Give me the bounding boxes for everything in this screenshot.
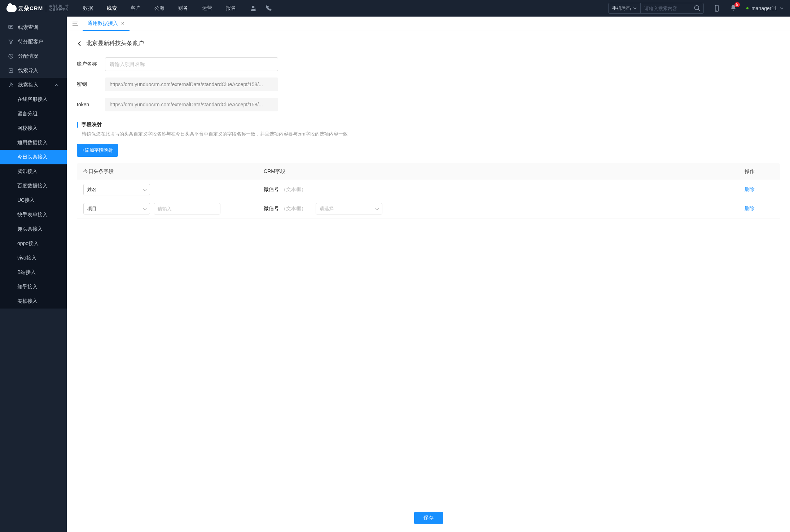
filter-icon [8,39,14,45]
chart-icon [8,53,14,59]
sidebar-subitem[interactable]: 快手表单接入 [0,208,67,222]
tab-label: 通用数据接入 [88,20,118,27]
search-icon [694,5,701,12]
header-crm-field: CRM字段 [264,168,745,175]
phone-icon[interactable] [265,5,272,12]
status-dot [746,7,749,9]
collapse-sidebar-button[interactable] [70,18,81,30]
chevron-up-icon [54,83,59,87]
back-icon[interactable] [77,41,83,46]
topnav-item[interactable]: 财务 [178,1,188,16]
token-input[interactable] [105,98,278,111]
svg-point-3 [695,6,699,10]
menu-icon [73,21,78,26]
tab-active[interactable]: 通用数据接入 ✕ [83,17,130,31]
account-name-label: 账户名称 [77,61,98,67]
topnav-item[interactable]: 数据 [83,1,93,16]
toutiao-field-select[interactable]: 姓名 [83,184,150,195]
mobile-icon[interactable] [713,5,720,12]
top-navigation: 数据线索客户公海财务运营报名 [83,1,236,16]
sidebar-subitem[interactable]: 在线客服接入 [0,92,67,107]
page-footer: 保存 [67,505,790,532]
chevron-down-icon [780,6,784,10]
svg-point-0 [252,6,255,8]
sidebar-subitem[interactable]: 趣头条接入 [0,222,67,236]
topbar: 云朵CRM 教育机构一站式服务云平台 数据线索客户公海财务运营报名 手机号码 [0,0,790,17]
table-row: 姓名微信号（文本框）删除 [77,180,780,199]
topnav-item[interactable]: 报名 [226,1,236,16]
sidebar-item[interactable]: 线索接入 [0,78,67,92]
notification-badge: 5 [734,2,740,7]
delete-button[interactable]: 删除 [745,186,755,192]
sidebar-subitem[interactable]: 美柚接入 [0,294,67,309]
header-action: 操作 [745,168,773,175]
tab-bar: 通用数据接入 ✕ [67,17,790,31]
svg-point-12 [10,83,12,84]
sidebar-subitem[interactable]: B站接入 [0,265,67,280]
sidebar-subitem[interactable]: 百度数据接入 [0,179,67,193]
sidebar-subitem[interactable]: 网校接入 [0,121,67,136]
page-title: 北京昱新科技头条账户 [86,40,144,47]
secret-input[interactable] [105,77,278,91]
token-label: token [77,102,98,107]
svg-line-4 [698,9,700,11]
svg-rect-7 [9,25,13,28]
section-note: 请确保您在此填写的头条自定义字段名称与在今日头条平台中自定义的字段名称一致，并且… [77,131,780,137]
sidebar-subitem[interactable]: 通用数据接入 [0,136,67,150]
user-menu[interactable]: manager11 [746,5,784,11]
crm-field-select[interactable]: 请选择 [316,203,382,214]
sidebar-item[interactable]: 线索查询 [0,20,67,35]
import-icon [8,68,14,74]
crm-field-value: 微信号 [264,205,279,212]
sidebar-subitem[interactable]: 腾讯接入 [0,164,67,179]
sidebar-subitem[interactable]: 知乎接入 [0,280,67,294]
crm-field-value: 微信号 [264,186,279,193]
crm-field-hint: （文本框） [281,186,306,193]
search-box: 手机号码 [608,3,704,14]
cloud-icon [6,5,17,12]
sidebar-subitem[interactable]: 今日头条接入 [0,150,67,164]
search-input[interactable] [641,6,691,11]
secret-label: 密钥 [77,81,98,88]
sidebar-item[interactable]: 分配情况 [0,49,67,63]
crm-field-hint: （文本框） [281,205,306,212]
toutiao-field-input[interactable] [154,203,220,214]
username: manager11 [751,5,777,11]
notifications-button[interactable]: 5 [730,4,737,13]
account-name-input[interactable] [105,57,278,71]
section-title: 字段映射 [82,121,102,128]
save-button[interactable]: 保存 [414,512,443,524]
main-content: 通用数据接入 ✕ 北京昱新科技头条账户 账户名称 密钥 t [67,17,790,532]
svg-point-6 [716,10,717,11]
brand-subtitle: 教育机构一站式服务云平台 [46,5,69,12]
breadcrumb: 北京昱新科技头条账户 [77,40,780,47]
search-button[interactable] [691,3,703,13]
search-type-select[interactable]: 手机号码 [609,3,641,13]
delete-button[interactable]: 删除 [745,205,755,211]
sidebar-item[interactable]: 线索导入 [0,63,67,78]
sidebar-subitem[interactable]: 留言分组 [0,107,67,121]
sidebar-subitem[interactable]: UC接入 [0,193,67,208]
sidebar: 线索查询待分配客户分配情况线索导入线索接入在线客服接入留言分组网校接入通用数据接… [0,17,67,532]
logo: 云朵CRM 教育机构一站式服务云平台 [6,5,69,12]
header-toutiao-field: 今日头条字段 [83,168,264,175]
topnav-item[interactable]: 客户 [131,1,141,16]
table-row: 项目微信号（文本框）请选择删除 [77,199,780,218]
mapping-table: 今日头条字段 CRM字段 操作 姓名微信号（文本框）删除项目微信号（文本框）请选… [77,163,780,218]
tab-close-icon[interactable]: ✕ [121,21,124,26]
access-icon [8,82,14,88]
topnav-item[interactable]: 运营 [202,1,212,16]
query-icon [8,25,14,30]
brand-name: 云朵CRM [18,5,43,12]
sidebar-subitem[interactable]: vivo接入 [0,251,67,265]
topnav-item[interactable]: 公海 [154,1,164,16]
add-mapping-button[interactable]: +添加字段映射 [77,144,118,157]
sidebar-subitem[interactable]: oppo接入 [0,236,67,251]
section-accent-bar [77,122,78,128]
user-add-icon[interactable] [250,5,257,12]
toutiao-field-select[interactable]: 项目 [83,203,150,214]
sidebar-item[interactable]: 待分配客户 [0,35,67,49]
topnav-item[interactable]: 线索 [107,1,117,16]
chevron-down-icon [633,6,637,10]
svg-point-13 [12,84,13,85]
